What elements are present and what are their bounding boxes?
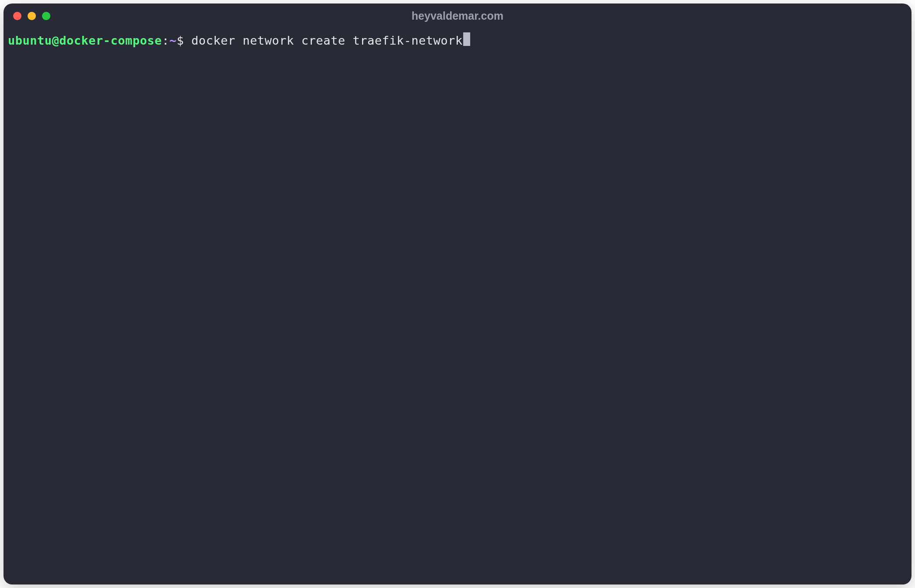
prompt-line: ubuntu@docker-compose:~$ docker network … <box>8 32 907 49</box>
terminal-body[interactable]: ubuntu@docker-compose:~$ docker network … <box>4 28 911 584</box>
close-button[interactable] <box>13 12 21 20</box>
prompt-path: ~ <box>169 32 177 49</box>
titlebar: heyvaldemar.com <box>4 4 911 28</box>
prompt-colon: : <box>162 32 169 49</box>
minimize-button[interactable] <box>28 12 36 20</box>
terminal-window: heyvaldemar.com ubuntu@docker-compose:~$… <box>4 4 911 584</box>
command-text: docker network create traefik-network <box>191 32 463 49</box>
prompt-dollar: $ <box>176 32 191 49</box>
prompt-user-host: ubuntu@docker-compose <box>8 32 162 49</box>
window-title: heyvaldemar.com <box>412 10 503 22</box>
cursor-icon <box>463 32 470 46</box>
maximize-button[interactable] <box>42 12 50 20</box>
traffic-lights <box>13 12 50 20</box>
